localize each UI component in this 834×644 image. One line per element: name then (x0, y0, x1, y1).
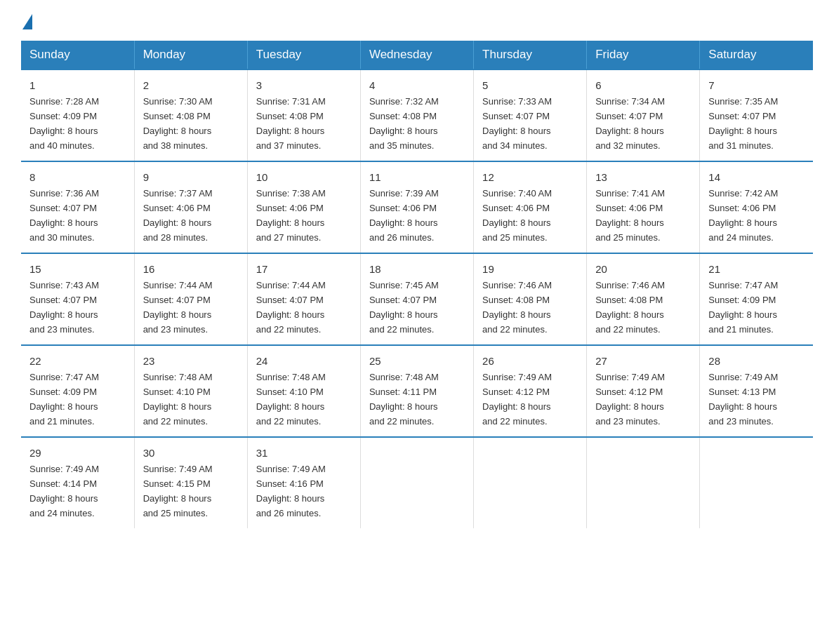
calendar-day-cell: 14 Sunrise: 7:42 AMSunset: 4:06 PMDaylig… (700, 161, 813, 253)
day-number: 5 (482, 77, 578, 93)
calendar-day-cell: 29 Sunrise: 7:49 AMSunset: 4:14 PMDaylig… (21, 437, 134, 528)
day-info: Sunrise: 7:49 AMSunset: 4:12 PMDaylight:… (482, 372, 552, 427)
logo-triangle-icon (22, 14, 32, 29)
day-number: 8 (29, 169, 126, 185)
calendar-day-cell: 7 Sunrise: 7:35 AMSunset: 4:07 PMDayligh… (700, 69, 813, 161)
day-number: 21 (708, 261, 805, 277)
calendar-day-cell: 5 Sunrise: 7:33 AMSunset: 4:07 PMDayligh… (474, 69, 587, 161)
day-info: Sunrise: 7:31 AMSunset: 4:08 PMDaylight:… (256, 96, 326, 151)
day-number: 31 (256, 445, 352, 461)
calendar-day-cell: 15 Sunrise: 7:43 AMSunset: 4:07 PMDaylig… (21, 253, 134, 345)
calendar-week-row: 22 Sunrise: 7:47 AMSunset: 4:09 PMDaylig… (21, 345, 813, 437)
calendar-empty-cell (700, 437, 813, 528)
calendar-table: SundayMondayTuesdayWednesdayThursdayFrid… (21, 41, 813, 528)
calendar-day-cell: 6 Sunrise: 7:34 AMSunset: 4:07 PMDayligh… (587, 69, 700, 161)
day-info: Sunrise: 7:46 AMSunset: 4:08 PMDaylight:… (482, 280, 552, 335)
calendar-day-cell: 27 Sunrise: 7:49 AMSunset: 4:12 PMDaylig… (587, 345, 700, 437)
page-header (21, 14, 813, 27)
day-info: Sunrise: 7:49 AMSunset: 4:13 PMDaylight:… (708, 372, 778, 427)
day-info: Sunrise: 7:32 AMSunset: 4:08 PMDaylight:… (369, 96, 439, 151)
day-info: Sunrise: 7:40 AMSunset: 4:06 PMDaylight:… (482, 188, 552, 243)
day-info: Sunrise: 7:33 AMSunset: 4:07 PMDaylight:… (482, 96, 552, 151)
calendar-day-cell: 31 Sunrise: 7:49 AMSunset: 4:16 PMDaylig… (247, 437, 360, 528)
calendar-day-cell: 3 Sunrise: 7:31 AMSunset: 4:08 PMDayligh… (247, 69, 360, 161)
calendar-day-cell: 12 Sunrise: 7:40 AMSunset: 4:06 PMDaylig… (474, 161, 587, 253)
day-info: Sunrise: 7:47 AMSunset: 4:09 PMDaylight:… (29, 372, 99, 427)
calendar-day-cell: 8 Sunrise: 7:36 AMSunset: 4:07 PMDayligh… (21, 161, 134, 253)
day-info: Sunrise: 7:48 AMSunset: 4:10 PMDaylight:… (143, 372, 213, 427)
day-number: 2 (143, 77, 239, 93)
calendar-day-cell: 17 Sunrise: 7:44 AMSunset: 4:07 PMDaylig… (247, 253, 360, 345)
day-number: 7 (708, 77, 805, 93)
day-info: Sunrise: 7:49 AMSunset: 4:12 PMDaylight:… (595, 372, 665, 427)
weekday-header-saturday: Saturday (700, 41, 813, 69)
calendar-day-cell: 11 Sunrise: 7:39 AMSunset: 4:06 PMDaylig… (360, 161, 473, 253)
calendar-day-cell: 18 Sunrise: 7:45 AMSunset: 4:07 PMDaylig… (360, 253, 473, 345)
calendar-day-cell: 30 Sunrise: 7:49 AMSunset: 4:15 PMDaylig… (134, 437, 247, 528)
day-number: 26 (482, 353, 578, 369)
calendar-week-row: 15 Sunrise: 7:43 AMSunset: 4:07 PMDaylig… (21, 253, 813, 345)
day-number: 23 (143, 353, 239, 369)
day-info: Sunrise: 7:43 AMSunset: 4:07 PMDaylight:… (29, 280, 99, 335)
weekday-header-wednesday: Wednesday (360, 41, 473, 69)
weekday-header-thursday: Thursday (474, 41, 587, 69)
day-number: 13 (595, 169, 691, 185)
day-number: 25 (369, 353, 465, 369)
calendar-day-cell: 1 Sunrise: 7:28 AMSunset: 4:09 PMDayligh… (21, 69, 134, 161)
day-number: 11 (369, 169, 465, 185)
day-info: Sunrise: 7:42 AMSunset: 4:06 PMDaylight:… (708, 188, 778, 243)
day-number: 6 (595, 77, 691, 93)
day-number: 10 (256, 169, 352, 185)
calendar-day-cell: 9 Sunrise: 7:37 AMSunset: 4:06 PMDayligh… (134, 161, 247, 253)
day-info: Sunrise: 7:46 AMSunset: 4:08 PMDaylight:… (595, 280, 665, 335)
calendar-day-cell: 19 Sunrise: 7:46 AMSunset: 4:08 PMDaylig… (474, 253, 587, 345)
day-info: Sunrise: 7:45 AMSunset: 4:07 PMDaylight:… (369, 280, 439, 335)
day-info: Sunrise: 7:34 AMSunset: 4:07 PMDaylight:… (595, 96, 665, 151)
day-number: 9 (143, 169, 239, 185)
day-number: 12 (482, 169, 578, 185)
day-number: 14 (708, 169, 805, 185)
day-info: Sunrise: 7:38 AMSunset: 4:06 PMDaylight:… (256, 188, 326, 243)
calendar-day-cell: 10 Sunrise: 7:38 AMSunset: 4:06 PMDaylig… (247, 161, 360, 253)
day-info: Sunrise: 7:30 AMSunset: 4:08 PMDaylight:… (143, 96, 213, 151)
calendar-day-cell: 23 Sunrise: 7:48 AMSunset: 4:10 PMDaylig… (134, 345, 247, 437)
day-info: Sunrise: 7:37 AMSunset: 4:06 PMDaylight:… (143, 188, 213, 243)
day-info: Sunrise: 7:44 AMSunset: 4:07 PMDaylight:… (143, 280, 213, 335)
day-info: Sunrise: 7:36 AMSunset: 4:07 PMDaylight:… (29, 188, 99, 243)
calendar-day-cell: 24 Sunrise: 7:48 AMSunset: 4:10 PMDaylig… (247, 345, 360, 437)
day-number: 29 (29, 445, 126, 461)
weekday-header-row: SundayMondayTuesdayWednesdayThursdayFrid… (21, 41, 813, 69)
day-info: Sunrise: 7:35 AMSunset: 4:07 PMDaylight:… (708, 96, 778, 151)
day-info: Sunrise: 7:47 AMSunset: 4:09 PMDaylight:… (708, 280, 778, 335)
calendar-day-cell: 28 Sunrise: 7:49 AMSunset: 4:13 PMDaylig… (700, 345, 813, 437)
day-info: Sunrise: 7:39 AMSunset: 4:06 PMDaylight:… (369, 188, 439, 243)
calendar-day-cell: 22 Sunrise: 7:47 AMSunset: 4:09 PMDaylig… (21, 345, 134, 437)
weekday-header-sunday: Sunday (21, 41, 134, 69)
weekday-header-monday: Monday (134, 41, 247, 69)
calendar-day-cell: 2 Sunrise: 7:30 AMSunset: 4:08 PMDayligh… (134, 69, 247, 161)
day-number: 3 (256, 77, 352, 93)
day-number: 28 (708, 353, 805, 369)
day-number: 27 (595, 353, 691, 369)
day-number: 1 (29, 77, 126, 93)
day-info: Sunrise: 7:48 AMSunset: 4:11 PMDaylight:… (369, 372, 439, 427)
day-number: 24 (256, 353, 352, 369)
calendar-week-row: 29 Sunrise: 7:49 AMSunset: 4:14 PMDaylig… (21, 437, 813, 528)
day-number: 16 (143, 261, 239, 277)
calendar-week-row: 8 Sunrise: 7:36 AMSunset: 4:07 PMDayligh… (21, 161, 813, 253)
weekday-header-tuesday: Tuesday (247, 41, 360, 69)
calendar-day-cell: 16 Sunrise: 7:44 AMSunset: 4:07 PMDaylig… (134, 253, 247, 345)
calendar-day-cell: 13 Sunrise: 7:41 AMSunset: 4:06 PMDaylig… (587, 161, 700, 253)
day-info: Sunrise: 7:49 AMSunset: 4:14 PMDaylight:… (29, 464, 99, 518)
day-info: Sunrise: 7:49 AMSunset: 4:16 PMDaylight:… (256, 464, 326, 518)
calendar-day-cell: 26 Sunrise: 7:49 AMSunset: 4:12 PMDaylig… (474, 345, 587, 437)
calendar-empty-cell (474, 437, 587, 528)
calendar-empty-cell (360, 437, 473, 528)
day-info: Sunrise: 7:44 AMSunset: 4:07 PMDaylight:… (256, 280, 326, 335)
logo (21, 14, 32, 27)
day-info: Sunrise: 7:41 AMSunset: 4:06 PMDaylight:… (595, 188, 665, 243)
day-info: Sunrise: 7:28 AMSunset: 4:09 PMDaylight:… (29, 96, 99, 151)
day-number: 22 (29, 353, 126, 369)
calendar-day-cell: 25 Sunrise: 7:48 AMSunset: 4:11 PMDaylig… (360, 345, 473, 437)
day-number: 4 (369, 77, 465, 93)
